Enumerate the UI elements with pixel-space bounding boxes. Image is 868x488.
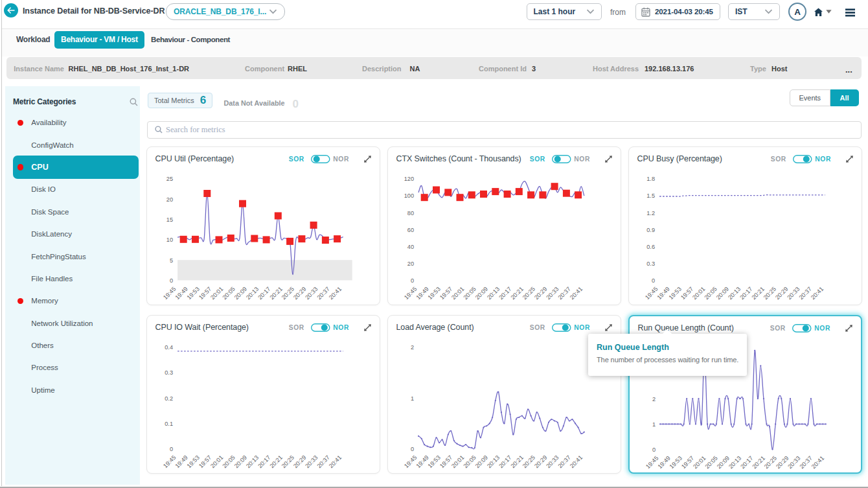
svg-text:0: 0 xyxy=(170,277,173,284)
svg-text:20:21: 20:21 xyxy=(269,286,284,301)
svg-text:80: 80 xyxy=(407,210,414,216)
svg-text:20:09: 20:09 xyxy=(233,286,248,301)
svg-text:20:13: 20:13 xyxy=(727,455,742,470)
svg-text:1: 1 xyxy=(652,421,656,428)
svg-text:0: 0 xyxy=(652,447,656,453)
svg-text:20:01: 20:01 xyxy=(209,454,224,469)
svg-text:20:09: 20:09 xyxy=(474,454,489,469)
svg-text:20:25: 20:25 xyxy=(521,286,536,301)
svg-text:20:13: 20:13 xyxy=(486,454,501,469)
svg-text:19:53: 19:53 xyxy=(427,454,442,469)
svg-text:19:57: 19:57 xyxy=(439,454,453,469)
svg-text:20:21: 20:21 xyxy=(269,454,284,469)
svg-text:20:01: 20:01 xyxy=(692,455,707,470)
svg-text:20:41: 20:41 xyxy=(810,455,825,470)
svg-text:19:57: 19:57 xyxy=(439,286,453,301)
svg-text:0.2: 0.2 xyxy=(165,395,173,402)
svg-text:20:25: 20:25 xyxy=(280,454,295,469)
svg-text:20:25: 20:25 xyxy=(280,286,295,301)
svg-text:20: 20 xyxy=(166,196,173,203)
svg-text:0.4: 0.4 xyxy=(165,344,173,351)
svg-text:20:29: 20:29 xyxy=(533,286,548,301)
svg-text:20:41: 20:41 xyxy=(569,454,584,469)
svg-text:20:05: 20:05 xyxy=(221,286,236,301)
svg-text:1.8: 1.8 xyxy=(646,176,655,182)
svg-text:20:05: 20:05 xyxy=(462,286,477,301)
svg-text:20:37: 20:37 xyxy=(316,454,331,469)
svg-text:19:45: 19:45 xyxy=(403,286,418,301)
svg-text:0: 0 xyxy=(170,446,173,452)
svg-text:19:53: 19:53 xyxy=(668,455,683,470)
svg-text:20:33: 20:33 xyxy=(545,454,560,469)
svg-text:0.1: 0.1 xyxy=(165,421,173,427)
svg-text:20:01: 20:01 xyxy=(450,454,465,469)
svg-text:19:53: 19:53 xyxy=(186,454,201,469)
svg-text:20:09: 20:09 xyxy=(233,454,248,469)
svg-text:20:25: 20:25 xyxy=(762,286,777,301)
svg-text:0: 0 xyxy=(652,277,655,284)
svg-text:20:01: 20:01 xyxy=(450,286,465,301)
svg-text:1.2: 1.2 xyxy=(646,210,655,216)
svg-text:1: 1 xyxy=(411,395,414,402)
svg-text:20:09: 20:09 xyxy=(715,286,730,301)
svg-text:19:45: 19:45 xyxy=(645,455,659,470)
svg-text:19:45: 19:45 xyxy=(403,454,418,469)
svg-text:0: 0 xyxy=(411,446,414,452)
svg-text:19:57: 19:57 xyxy=(680,286,694,301)
svg-text:20:29: 20:29 xyxy=(292,454,307,469)
svg-text:20:13: 20:13 xyxy=(486,286,501,301)
svg-text:19:53: 19:53 xyxy=(668,286,683,301)
svg-text:19:49: 19:49 xyxy=(656,286,670,301)
svg-text:1.5: 1.5 xyxy=(646,192,655,199)
svg-text:0.3: 0.3 xyxy=(646,261,655,267)
svg-text:20:17: 20:17 xyxy=(257,454,271,469)
svg-text:20:29: 20:29 xyxy=(533,454,548,469)
svg-text:20:17: 20:17 xyxy=(257,286,271,301)
svg-text:20:17: 20:17 xyxy=(739,455,754,470)
svg-text:20:33: 20:33 xyxy=(786,455,801,470)
svg-text:20:29: 20:29 xyxy=(774,286,789,301)
svg-text:20:33: 20:33 xyxy=(304,454,319,469)
svg-text:20:01: 20:01 xyxy=(691,286,706,301)
svg-text:20:05: 20:05 xyxy=(462,454,477,469)
svg-text:60: 60 xyxy=(407,227,414,233)
svg-text:20:41: 20:41 xyxy=(328,454,343,469)
svg-text:100: 100 xyxy=(404,192,414,199)
svg-text:10: 10 xyxy=(166,237,173,243)
svg-text:19:49: 19:49 xyxy=(174,286,188,301)
svg-text:20:17: 20:17 xyxy=(738,286,753,301)
svg-text:20:33: 20:33 xyxy=(304,286,319,301)
svg-text:2: 2 xyxy=(652,396,656,402)
svg-text:20:37: 20:37 xyxy=(316,286,331,301)
svg-text:20:13: 20:13 xyxy=(245,286,260,301)
svg-text:20:21: 20:21 xyxy=(751,455,766,470)
svg-text:20:21: 20:21 xyxy=(751,286,766,301)
svg-text:20:37: 20:37 xyxy=(557,454,572,469)
svg-text:20:21: 20:21 xyxy=(510,454,525,469)
svg-text:15: 15 xyxy=(166,216,173,223)
svg-text:19:53: 19:53 xyxy=(427,286,442,301)
svg-text:25: 25 xyxy=(166,176,173,182)
svg-text:20:37: 20:37 xyxy=(798,286,813,301)
svg-text:0: 0 xyxy=(411,277,414,284)
svg-text:19:49: 19:49 xyxy=(656,455,671,470)
svg-text:20:09: 20:09 xyxy=(716,455,731,470)
svg-text:5: 5 xyxy=(170,257,173,264)
svg-text:19:57: 19:57 xyxy=(198,454,212,469)
svg-text:19:57: 19:57 xyxy=(198,286,212,301)
svg-text:19:45: 19:45 xyxy=(162,286,177,301)
svg-text:20:25: 20:25 xyxy=(763,455,778,470)
svg-text:0.9: 0.9 xyxy=(646,227,655,233)
svg-text:20:25: 20:25 xyxy=(521,454,536,469)
svg-text:0.3: 0.3 xyxy=(165,369,173,376)
svg-text:0.6: 0.6 xyxy=(646,244,655,250)
svg-text:19:49: 19:49 xyxy=(415,454,429,469)
svg-text:19:53: 19:53 xyxy=(186,286,201,301)
svg-text:20:33: 20:33 xyxy=(786,286,801,301)
svg-text:19:57: 19:57 xyxy=(680,455,695,470)
svg-text:40: 40 xyxy=(407,244,414,250)
svg-text:20:21: 20:21 xyxy=(510,286,525,301)
svg-text:20:09: 20:09 xyxy=(474,286,489,301)
svg-text:120: 120 xyxy=(404,176,414,182)
svg-text:19:49: 19:49 xyxy=(174,454,188,469)
